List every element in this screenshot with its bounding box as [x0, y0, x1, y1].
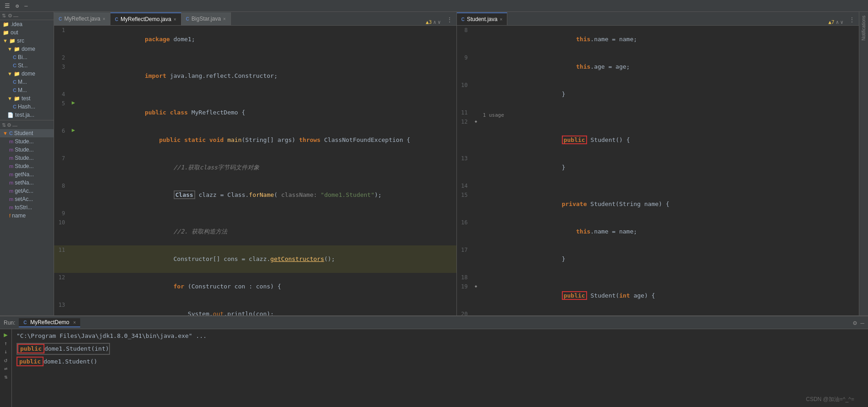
right-code-line-13: 13 } [457, 154, 859, 181]
sidebar-tool-2[interactable]: ⚙ [8, 13, 12, 19]
right-code-line-17: 17 } [457, 245, 859, 273]
run-output-line-1: publicdome1.Student(int) [16, 343, 110, 355]
sidebar-item-tostri[interactable]: m toStri... [0, 203, 54, 212]
code-line-8: 8 Class clazz = Class.forName( className… [54, 181, 456, 209]
run-output-text-2: dome1.Student() [44, 358, 97, 365]
usage-indicator-19: ◆ [475, 284, 477, 288]
right-code-line-16: 16 this.name = name; [457, 218, 859, 245]
tab-student[interactable]: C Student.java × [457, 12, 508, 25]
sidebar-item-testja[interactable]: 📄 test.ja... [0, 111, 54, 119]
run-tab-bar: Run: C MyReflectDemo × ⚙ — [0, 316, 868, 329]
notifications-label[interactable]: Notifications [861, 16, 866, 40]
code-line-11: 11 Constructor[] cons = clazz.getConstru… [54, 245, 456, 273]
run-play-btn[interactable]: ▶ [4, 331, 7, 338]
sidebar-tool-1[interactable]: ⇅ [2, 13, 6, 19]
run-rerun-btn[interactable]: ↺ [4, 357, 8, 364]
sidebar-item-stude4[interactable]: m Stude... [0, 162, 54, 170]
run-output-public-1: public [17, 344, 44, 353]
next-warning-btn[interactable]: ∨ [438, 19, 441, 25]
tab-bigstar[interactable]: C BigStar.java × [181, 12, 231, 25]
right-prev-warning[interactable]: ∧ [836, 19, 839, 25]
run-output-content[interactable]: "C:\Program Files\Java\jdk1.8.0_341\bin\… [12, 329, 868, 407]
bottom-panel: Run: C MyReflectDemo × ⚙ — ▶ ↑ ↓ ↺ ⇌ ⇅ [0, 315, 868, 407]
tab-bigstar-label: BigStar.java [192, 16, 221, 22]
run-output-line-2: publicdome1.Student() [16, 357, 97, 367]
code-line-3: 3 import java.lang.reflect.Constructor; [54, 62, 456, 90]
run-btn-5[interactable]: ▶ [71, 99, 75, 106]
sidebar-sort-btn[interactable]: ⇅ [2, 122, 6, 128]
sidebar-item-stude3[interactable]: m Stude... [0, 154, 54, 162]
tab-myreflect-close[interactable]: × [103, 16, 105, 22]
tab-myreflect-label: MyReflect.java [64, 16, 100, 22]
editor-area: C MyReflect.java × C MyReflectDemo.java … [54, 12, 868, 315]
left-tab-more[interactable]: ⋮ [443, 14, 456, 25]
sidebar-item-src[interactable]: ▼ 📁 src [0, 37, 54, 45]
usage-indicator-12: ◆ [475, 119, 477, 124]
tab-student-close[interactable]: × [500, 17, 502, 22]
prev-warning-btn[interactable]: ∧ [433, 19, 436, 25]
sidebar-item-dome2[interactable]: ▼ 📁 dome [0, 70, 54, 78]
run-output-text-1: dome1.Student(int) [44, 345, 109, 352]
run-tab-myreflectdemo[interactable]: C MyReflectDemo × [19, 318, 80, 327]
run-settings-icon[interactable]: ⚙ [853, 319, 857, 326]
run-tab-label: MyReflectDemo [30, 319, 69, 326]
sidebar-item-setac[interactable]: m setAc... [0, 195, 54, 203]
run-down-btn[interactable]: ↓ [4, 348, 7, 355]
code-line-5: 5 ▶ public class MyReflectDemo { [54, 99, 456, 126]
right-code-line-18: 18 [457, 273, 859, 282]
left-tab-bar: C MyReflect.java × C MyReflectDemo.java … [54, 12, 456, 26]
sidebar-item-m2[interactable]: C M... [0, 86, 54, 94]
right-code-line-10: 10 } [457, 81, 859, 108]
sidebar-item-test[interactable]: ▼ 📁 test [0, 94, 54, 103]
tab-bigstar-close[interactable]: × [223, 16, 226, 22]
tab-myreflect[interactable]: C MyReflect.java × [54, 12, 110, 25]
sidebar-item-getna[interactable]: m getNa... [0, 170, 54, 179]
sidebar-collapse-btn[interactable]: — [12, 123, 17, 128]
right-code-line-19: 19 ◆ public Student(int age) { [457, 282, 859, 309]
right-tab-bar: C Student.java × ▲7 ∧ ∨ ⋮ [457, 12, 859, 26]
run-tab-close[interactable]: × [73, 320, 76, 325]
right-code-line-15: 15 private Student(String name) { [457, 190, 859, 218]
toolbar-icon-2[interactable]: ⚙ [14, 2, 21, 10]
sidebar-item-m1[interactable]: C M... [0, 78, 54, 86]
run-close-icon[interactable]: — [861, 319, 864, 326]
sidebar-tool-3[interactable]: — [13, 13, 18, 19]
left-warning-indicator: ▲3 ∧ ∨ [426, 19, 443, 25]
run-up-btn[interactable]: ↑ [4, 340, 7, 347]
sidebar-item-idea[interactable]: 📁 .idea [0, 20, 54, 28]
run-wrap-btn[interactable]: ⇌ [4, 365, 7, 372]
sidebar-item-stude2[interactable]: m Stude... [0, 146, 54, 154]
sidebar-item-dome1[interactable]: ▼ 📁 dome [0, 45, 54, 53]
sidebar-item-student-class[interactable]: ▼ C Student [0, 129, 54, 137]
code-line-7: 7 //1.获取class字节码文件对象 [54, 154, 456, 181]
sidebar-item-setna[interactable]: m setNa... [0, 179, 54, 187]
right-code-line-11: 11 [457, 108, 859, 117]
run-command-line: "C:\Program Files\Java\jdk1.8.0_341\bin\… [16, 331, 863, 341]
toolbar-icon-1[interactable]: ☰ [3, 2, 12, 10]
tab-myreflectdemo[interactable]: C MyReflectDemo.java × [110, 12, 181, 25]
right-tab-more[interactable]: ⋮ [845, 14, 859, 25]
sidebar-item-out[interactable]: 📁 out [0, 28, 54, 37]
left-editor-content[interactable]: 1 package dome1; 2 3 [54, 26, 456, 315]
run-output-public-2: public [16, 357, 44, 366]
sidebar-item-bi[interactable]: C Bi... [0, 53, 54, 61]
tab-myreflectdemo-close[interactable]: × [174, 17, 176, 22]
right-next-warning[interactable]: ∨ [840, 19, 843, 25]
app-container: ☰ ⚙ — ⇅ ⚙ — 📁 .idea 📁 out ▼ 📁 s [0, 0, 868, 407]
run-action-buttons: ▶ ↑ ↓ ↺ ⇌ ⇅ [0, 329, 12, 407]
code-line-6: 6 ▶ public static void main(String[] arg… [54, 126, 456, 154]
right-editor-content[interactable]: 8 this.name = name; 9 [457, 26, 859, 315]
toolbar-icon-3[interactable]: — [22, 2, 29, 10]
sidebar-item-name[interactable]: f name [0, 212, 54, 220]
right-code-line-12: 12 ◆ 1 usage public Student() { [457, 117, 859, 154]
run-btn-6[interactable]: ▶ [71, 127, 75, 133]
sidebar-item-getac[interactable]: m getAc... [0, 187, 54, 195]
sidebar-item-st1[interactable]: C St... [0, 61, 54, 70]
sidebar-item-hash[interactable]: C Hash... [0, 103, 54, 111]
run-tab-icon: C [23, 320, 27, 325]
sidebar-gear-btn[interactable]: ⚙ [7, 122, 11, 128]
code-line-13: 13 System.out.println(con); [54, 300, 456, 315]
main-area: ⇅ ⚙ — 📁 .idea 📁 out ▼ 📁 src ▼ 📁 dome [0, 12, 868, 315]
run-filter-btn[interactable]: ⇅ [4, 374, 7, 380]
sidebar-item-stude1[interactable]: m Stude... [0, 137, 54, 146]
